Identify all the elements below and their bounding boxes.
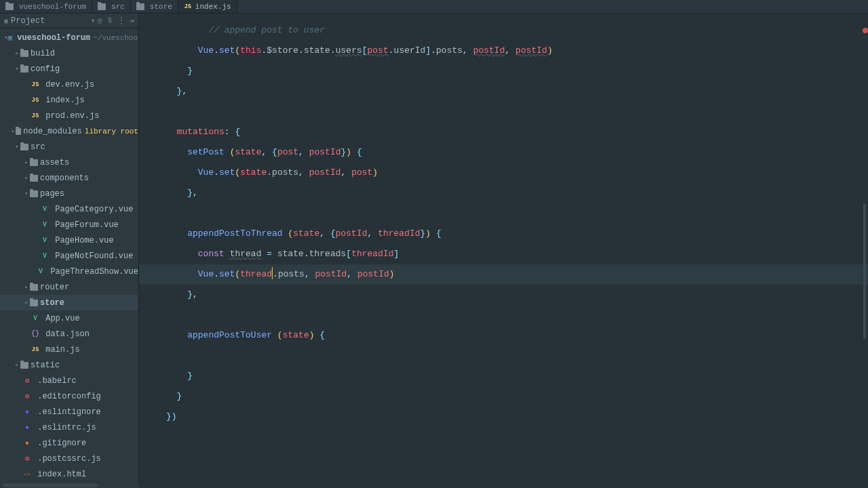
tree-pagethread[interactable]: PageThreadShow.vue: [0, 264, 138, 279]
target-icon[interactable]: ◎: [98, 16, 102, 26]
breadcrumb-label: src: [111, 3, 125, 11]
breadcrumb-label: index.js: [195, 3, 231, 11]
tree-build[interactable]: ▸build: [0, 45, 138, 61]
sidebar-toolbar: ◎ ⥮ ⋮ ⇥: [98, 16, 134, 26]
breadcrumb-project[interactable]: vueschool-forum: [0, 0, 92, 13]
folder-icon: [16, 128, 21, 135]
config-icon: [22, 454, 33, 463]
folder-icon: [30, 190, 38, 197]
tree-indexjs[interactable]: index.js: [0, 92, 138, 108]
js-icon: [184, 3, 192, 11]
js-icon: [30, 346, 41, 353]
tree-prodenv[interactable]: prod.env.js: [0, 108, 138, 123]
folder-icon: [20, 66, 28, 73]
js-icon: [30, 97, 41, 104]
tree-pagenotfound[interactable]: PageNotFound.vue: [0, 248, 138, 264]
code-content[interactable]: // append post to user Vue.set(this.$sto…: [139, 14, 868, 434]
vue-icon: [39, 221, 50, 228]
tree-pageforum[interactable]: PageForum.vue: [0, 217, 138, 232]
folder-icon: [5, 3, 14, 10]
tree-components[interactable]: ▸components: [0, 170, 138, 186]
tree-store[interactable]: ▸store: [0, 295, 138, 310]
tree-pagehome[interactable]: PageHome.vue: [0, 232, 138, 248]
code-editor[interactable]: // append post to user Vue.set(this.$sto…: [139, 14, 868, 488]
tree-pagecat[interactable]: PageCategory.vue: [0, 201, 138, 217]
tree-indexhtml[interactable]: index.html: [0, 466, 138, 482]
vue-icon: [30, 314, 41, 322]
tree-eslintignore[interactable]: .eslintignore: [0, 404, 138, 420]
folder-icon: [30, 284, 38, 291]
folder-icon: [98, 3, 106, 10]
tree-babelrc[interactable]: .babelrc: [0, 373, 138, 388]
folder-icon: [20, 362, 28, 369]
tree-src[interactable]: ▾src: [0, 139, 138, 155]
project-icon: [7, 33, 12, 42]
tree-mainjs[interactable]: main.js: [0, 342, 138, 357]
js-icon: [30, 113, 41, 119]
js-icon: [30, 81, 41, 88]
tree-devenv[interactable]: dev.env.js: [0, 77, 138, 92]
vue-icon: [36, 268, 45, 275]
vue-icon: [39, 252, 50, 260]
breadcrumb-file[interactable]: index.js: [178, 0, 237, 13]
tree-nodemodules[interactable]: ▸node_moduleslibrary root: [0, 123, 138, 139]
project-sidebar: ▣ Project ▼ ◎ ⥮ ⋮ ⇥ ▾ vueschool-forum~/v…: [0, 14, 139, 488]
folder-icon: [136, 3, 144, 10]
folder-icon: [30, 159, 38, 166]
collapse-icon[interactable]: ⥮: [106, 16, 113, 26]
tree-router[interactable]: ▸router: [0, 279, 138, 295]
project-icon: ▣: [4, 17, 8, 25]
config-icon: [22, 392, 33, 401]
tree-root[interactable]: ▾ vueschool-forum~/vueschool/v: [0, 30, 138, 45]
sidebar-scrollbar[interactable]: [0, 483, 139, 488]
breadcrumb: vueschool-forum src store index.js: [0, 0, 868, 14]
vue-icon: [39, 205, 50, 213]
eslint-icon: [22, 408, 33, 415]
editor-scrollbar[interactable]: [861, 14, 868, 488]
json-icon: [30, 330, 41, 338]
folder-icon: [30, 175, 38, 182]
config-icon: [22, 376, 33, 385]
tree-appvue[interactable]: App.vue: [0, 310, 138, 326]
tree-gitignore[interactable]: .gitignore: [0, 435, 138, 451]
vue-icon: [39, 237, 50, 244]
breadcrumb-src[interactable]: src: [92, 0, 131, 13]
tree-datajson[interactable]: data.json: [0, 326, 138, 342]
settings-icon[interactable]: ⇥: [130, 16, 134, 26]
breadcrumb-label: vueschool-forum: [19, 3, 86, 11]
project-selector-bar: ▣ Project ▼ ◎ ⥮ ⋮ ⇥: [0, 14, 138, 28]
tree-eslintrc[interactable]: .eslintrc.js: [0, 420, 138, 435]
tree-config[interactable]: ▾config: [0, 61, 138, 77]
folder-icon: [20, 144, 28, 150]
eslint-icon: [22, 424, 33, 431]
chevron-down-icon[interactable]: ▼: [92, 18, 95, 24]
tree-postcssrc[interactable]: .postcssrc.js: [0, 451, 138, 466]
folder-icon: [20, 50, 28, 57]
html-icon: [22, 471, 33, 477]
tree-static[interactable]: ▸static: [0, 357, 138, 373]
breadcrumb-label: store: [150, 3, 172, 11]
git-icon: [22, 439, 33, 447]
divider-icon: ⋮: [117, 16, 125, 26]
folder-icon: [30, 300, 38, 306]
tree-pages[interactable]: ▾pages: [0, 186, 138, 201]
tree-assets[interactable]: ▸assets: [0, 155, 138, 170]
breadcrumb-store[interactable]: store: [131, 0, 178, 13]
tree-editorconfig[interactable]: .editorconfig: [0, 388, 138, 404]
project-selector[interactable]: Project: [11, 16, 89, 26]
project-tree[interactable]: ▾ vueschool-forum~/vueschool/v ▸build ▾c…: [0, 28, 138, 488]
